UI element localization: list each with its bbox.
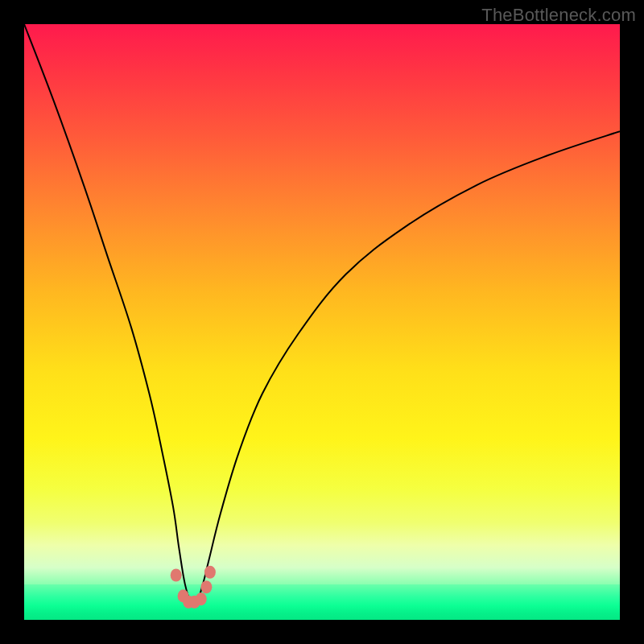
watermark-text: TheBottleneck.com xyxy=(481,5,636,26)
highlight-dot xyxy=(171,568,182,581)
highlight-dot xyxy=(200,580,212,593)
outer-frame: TheBottleneck.com xyxy=(0,0,644,644)
highlight-dot xyxy=(196,592,207,605)
bottleneck-curve xyxy=(24,24,620,605)
curve-svg xyxy=(24,24,620,620)
highlight-dot xyxy=(204,566,216,579)
plot-area xyxy=(24,24,620,620)
highlight-markers xyxy=(171,566,216,609)
